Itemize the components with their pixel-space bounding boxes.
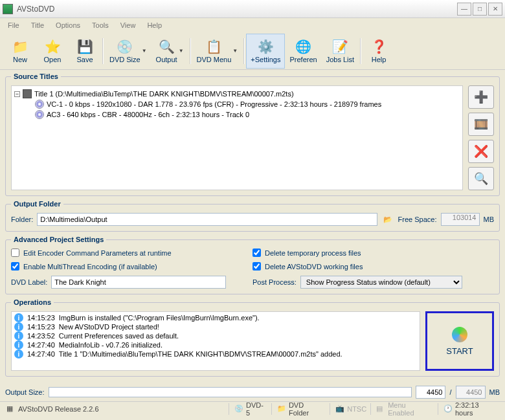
remove-title-button[interactable]: ❌ — [468, 140, 494, 163]
edit-title-button[interactable]: 🎞️ — [468, 113, 494, 136]
save-label: Save — [76, 56, 93, 63]
edit-cmd-row[interactable]: Edit Encoder Command Parameters at runti… — [11, 249, 252, 257]
menu-options[interactable]: Options — [50, 20, 85, 30]
menu-view[interactable]: View — [115, 20, 141, 30]
browse-folder-button[interactable]: 📂 — [381, 213, 394, 226]
status-release: ▦AVStoDVD Release 2.2.6 — [3, 403, 229, 415]
search-icon: 🔍 — [474, 171, 488, 186]
dvd-label-input[interactable] — [51, 276, 226, 289]
output-folder-input[interactable] — [37, 213, 377, 226]
status-folder: 📁DVD Folder — [273, 403, 330, 415]
source-titles-group: Source Titles − Title 1 (D:\Multimedia\B… — [5, 72, 500, 196]
folder-label: Folder: — [11, 216, 33, 223]
postprocess-select[interactable]: Show Progress Status window (default) — [300, 276, 462, 289]
tree-collapse-icon[interactable]: − — [14, 91, 20, 97]
source-side-buttons: ➕ 🎞️ ❌ 🔍 — [468, 85, 494, 190]
tree-child-video[interactable]: VC-1 - 0 kbps - 1920x1080 - DAR 1.778 - … — [14, 99, 460, 109]
advanced-settings-group: Advanced Project Settings Edit Encoder C… — [5, 236, 500, 294]
log-msg: Current Preferences saved as default. — [59, 332, 179, 340]
slash: / — [449, 388, 451, 396]
multithread-row[interactable]: Enable MultiThread Encoding (if availabl… — [11, 262, 252, 271]
tree-root-label: Title 1 (D:\Multimedia\BluTemp\THE DARK … — [34, 90, 294, 98]
multithread-checkbox[interactable] — [11, 262, 19, 271]
help-label: Help — [372, 56, 387, 63]
freespace-label: Free Space: — [398, 216, 437, 223]
del-work-checkbox[interactable] — [252, 262, 261, 271]
operations-group: Operations i14:15:23ImgBurn is installed… — [5, 298, 500, 377]
list-icon: 📝 — [332, 39, 348, 54]
source-titles-legend: Source Titles — [11, 72, 61, 80]
toolbar-separator — [243, 38, 245, 64]
menu-icon: ▤ — [376, 404, 385, 414]
help-button[interactable]: ❓Help — [363, 34, 395, 69]
dvdsize-button[interactable]: 💿DVD Size▼ — [105, 34, 152, 69]
preview-title-button[interactable]: 🔍 — [468, 167, 494, 190]
del-temp-checkbox[interactable] — [252, 249, 261, 257]
output-size-input[interactable] — [416, 386, 445, 399]
info-icon: i — [14, 340, 23, 349]
settings-label: +Settings — [251, 56, 280, 63]
output-button[interactable]: 🔍Output▼ — [152, 34, 188, 69]
dvdmenu-label: DVD Menu — [197, 56, 232, 63]
tree-child-label: AC3 - 640 kbps - CBR - 48000Hz - 6ch - 2… — [47, 111, 249, 118]
dvdmenu-button[interactable]: 📋DVD Menu▼ — [192, 34, 243, 69]
disc-icon — [35, 100, 44, 109]
dvdsize-label: DVD Size — [109, 56, 140, 63]
del-work-row[interactable]: Delete AVStoDVD working files — [252, 262, 494, 271]
multithread-label: Enable MultiThread Encoding (if availabl… — [23, 263, 157, 271]
save-button[interactable]: 💾Save — [69, 34, 101, 69]
output-size-bar[interactable] — [49, 387, 412, 397]
log-line: i14:15:23ImgBurn is installed ("C:\Progr… — [13, 313, 418, 322]
log-time: 14:27:40 — [27, 341, 55, 349]
maximize-button[interactable]: □ — [473, 3, 487, 16]
folder-icon: 📁 — [12, 39, 28, 54]
operations-log[interactable]: i14:15:23ImgBurn is installed ("C:\Progr… — [11, 311, 420, 371]
titlebar: AVStoDVD — □ ✕ — [0, 0, 505, 18]
jobslist-label: Jobs List — [326, 56, 354, 63]
app-icon — [3, 4, 13, 14]
start-button[interactable]: START — [425, 311, 494, 371]
clipboard-icon: 📋 — [206, 39, 221, 54]
magnify-disc-icon: 🔍 — [159, 39, 174, 54]
window-controls: — □ ✕ — [457, 3, 502, 16]
toolbar-separator — [360, 38, 361, 64]
menu-file[interactable]: File — [3, 20, 25, 30]
log-time: 14:15:23 — [27, 314, 55, 322]
minimize-button[interactable]: — — [457, 3, 471, 16]
mb-label: MB — [484, 216, 495, 223]
menu-title[interactable]: Title — [26, 20, 49, 30]
jobslist-button[interactable]: 📝Jobs List — [322, 34, 359, 69]
chevron-down-icon: ▼ — [179, 48, 184, 54]
globe-icon: 🌐 — [296, 39, 311, 54]
star-icon: ⭐ — [45, 39, 60, 54]
settings-button[interactable]: ⚙️+Settings — [246, 34, 285, 69]
output-size-label: Output Size: — [5, 388, 45, 396]
window-title: AVStoDVD — [17, 5, 457, 14]
add-title-button[interactable]: ➕ — [468, 85, 494, 109]
dvd-label-label: DVD Label: — [11, 278, 47, 286]
gear-film-icon: 🎞️ — [474, 117, 488, 131]
new-label: New — [13, 56, 27, 63]
open-button[interactable]: ⭐Open — [36, 34, 69, 69]
open-label: Open — [44, 56, 62, 63]
preferences-button[interactable]: 🌐Preferen — [285, 34, 321, 69]
postprocess-label: Post Process: — [252, 278, 297, 286]
new-button[interactable]: 📁New — [4, 34, 36, 69]
gear-icon: ⚙️ — [258, 39, 273, 54]
source-tree[interactable]: − Title 1 (D:\Multimedia\BluTemp\THE DAR… — [11, 85, 463, 190]
menu-tools[interactable]: Tools — [87, 20, 114, 30]
close-button[interactable]: ✕ — [488, 3, 502, 16]
start-label: START — [446, 346, 473, 356]
del-temp-row[interactable]: Delete temporary process files — [252, 249, 494, 257]
edit-cmd-checkbox[interactable] — [11, 249, 19, 257]
output-folder-legend: Output Folder — [11, 200, 63, 208]
status-duration: 🕐2:32:13 hours — [440, 403, 502, 415]
tree-child-audio[interactable]: AC3 - 640 kbps - CBR - 48000Hz - 6ch - 2… — [14, 109, 460, 120]
info-icon: i — [14, 349, 23, 359]
menu-help[interactable]: Help — [142, 20, 167, 30]
statusbar: ▦AVStoDVD Release 2.2.6 💿DVD-5 📁DVD Fold… — [0, 401, 505, 415]
tree-child-label: VC-1 - 0 kbps - 1920x1080 - DAR 1.778 - … — [47, 100, 381, 108]
tree-root-item[interactable]: − Title 1 (D:\Multimedia\BluTemp\THE DAR… — [14, 89, 460, 99]
folder-icon: 📁 — [277, 404, 286, 414]
tv-icon: 📺 — [335, 404, 344, 414]
